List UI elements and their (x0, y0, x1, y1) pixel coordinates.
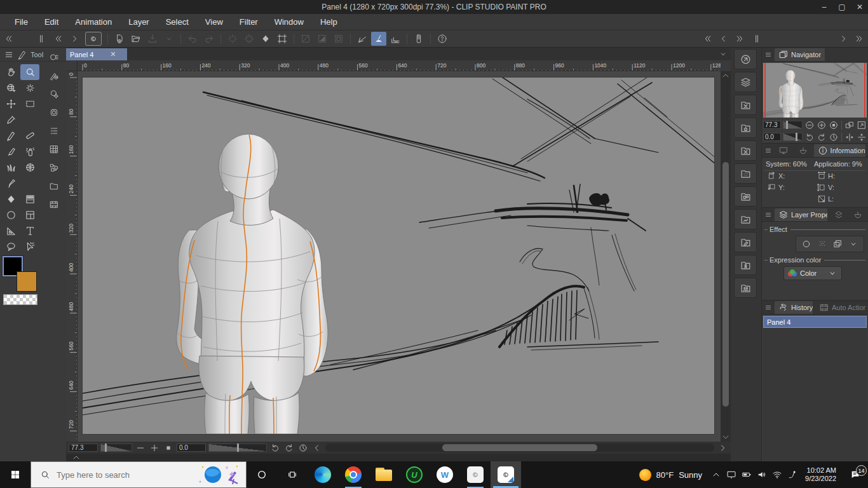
menu-layer[interactable]: Layer (120, 14, 158, 30)
material-tone-button[interactable] (734, 163, 757, 184)
tab-history[interactable]: History (775, 301, 813, 314)
redo-button[interactable] (201, 32, 217, 46)
material-3d-button[interactable] (734, 255, 757, 275)
navigator-preview[interactable] (763, 63, 867, 118)
wifi-tray-button[interactable] (770, 462, 785, 487)
text-tool-button[interactable] (20, 223, 39, 239)
search-input[interactable] (57, 470, 165, 480)
material-color-pattern-button[interactable] (734, 95, 757, 115)
subtool-settings-button[interactable] (44, 86, 64, 102)
selection-polygon-button[interactable] (315, 32, 330, 46)
notification-center-button[interactable]: 14 (843, 470, 868, 480)
battery-tray-button[interactable] (739, 462, 754, 487)
clip-studio-home-button[interactable] (85, 32, 102, 46)
reset-rotation-button[interactable] (297, 443, 309, 453)
sub-view-button[interactable] (734, 49, 757, 69)
material-pose-button[interactable] (734, 278, 757, 298)
navigator-rotate-right-button[interactable] (817, 132, 827, 142)
navigator-zoom-in-button[interactable] (817, 119, 827, 130)
subtool-film-button[interactable] (44, 196, 64, 213)
zoom-out-button[interactable] (135, 443, 146, 453)
menu-window[interactable]: Window (266, 14, 312, 30)
zoom-fit-button[interactable] (163, 443, 174, 453)
clip-studio-taskbar-button[interactable] (460, 461, 491, 488)
ruler-tool-button[interactable] (1, 223, 20, 239)
save-file-button[interactable] (145, 32, 160, 46)
menu-filter[interactable]: Filter (231, 14, 266, 30)
clip-studio-paint-taskbar-button[interactable] (491, 461, 521, 488)
tab-monitor[interactable] (775, 144, 792, 157)
tab-information[interactable]: Information (814, 144, 865, 157)
layer-color-effect-button[interactable] (832, 239, 843, 249)
tab-list-button[interactable] (718, 49, 728, 59)
pen-tool-button[interactable] (1, 128, 20, 144)
wondershare-taskbar-button[interactable]: W (430, 461, 460, 488)
edge-taskbar-button[interactable] (308, 461, 338, 488)
panels-expand-button[interactable] (836, 32, 851, 46)
flip-horizontal-button[interactable] (844, 132, 855, 142)
panels-collapse-left-button[interactable] (700, 32, 715, 46)
pen-tray-tray-button[interactable] (785, 462, 800, 487)
material-monochrome-button[interactable] (734, 140, 757, 161)
cast-tray-button[interactable] (724, 462, 739, 487)
scroll-down-button[interactable] (721, 433, 731, 442)
navigator-menu-icon[interactable] (764, 51, 772, 58)
save-options-button[interactable] (161, 32, 177, 46)
selection-line-button[interactable] (298, 32, 313, 46)
rotate-right-button[interactable] (283, 443, 295, 453)
menu-view[interactable]: View (197, 14, 231, 30)
fit-to-navigator-button[interactable] (844, 119, 855, 130)
file-explorer-taskbar-button[interactable] (369, 461, 399, 488)
subtool-blocks-button[interactable] (44, 159, 64, 176)
selection-rect-button[interactable] (331, 32, 346, 46)
fit-to-screen-button[interactable] (857, 119, 867, 130)
crop-button[interactable] (275, 32, 290, 46)
menu-select[interactable]: Select (158, 14, 197, 30)
cortana-button[interactable] (247, 461, 277, 488)
iobit-uninstaller-taskbar-button[interactable]: U (399, 461, 430, 488)
balloon-tool-button[interactable] (1, 239, 20, 255)
auto-select-tool-button[interactable] (20, 80, 39, 96)
snap-to-ruler-button[interactable] (355, 32, 370, 46)
zoom-tool-button[interactable] (20, 64, 39, 80)
expression-color-dropdown[interactable]: Color (783, 266, 842, 280)
scroll-up-button[interactable] (721, 71, 731, 80)
operation-tool-button[interactable] (20, 239, 39, 255)
layer-property-menu-icon[interactable] (764, 211, 772, 219)
undo-button[interactable] (185, 32, 200, 46)
taskbar-clock[interactable]: 10:02 AM 9/23/2022 (800, 466, 843, 483)
navigator-rotation-field[interactable]: 0.0 (763, 133, 781, 141)
menu-file[interactable]: File (6, 14, 36, 30)
navigator-zoom-out-button[interactable] (804, 119, 815, 130)
vertical-scrollbar[interactable] (721, 71, 731, 442)
menu-help[interactable]: Help (312, 14, 346, 30)
subtool-pen-button[interactable] (44, 67, 64, 84)
rotation-value-field[interactable]: 0.0 (177, 444, 206, 452)
navigator-zoom-slider[interactable] (783, 121, 803, 129)
tab-half[interactable] (794, 144, 811, 157)
layers-button[interactable] (734, 72, 757, 92)
taskbar-search[interactable] (31, 461, 247, 488)
tone-effect-button[interactable] (817, 239, 827, 249)
dock-collapse-button[interactable] (50, 32, 65, 46)
frame-border-tool-button[interactable] (20, 207, 39, 223)
material-image-button[interactable] (734, 209, 757, 229)
task-view-taskbar-button[interactable] (277, 461, 308, 488)
open-file-button[interactable] (128, 32, 144, 46)
menu-animation[interactable]: Animation (67, 14, 120, 30)
navigator-zoom-field[interactable]: 77.3 (763, 121, 781, 129)
canvas-viewport[interactable] (78, 71, 721, 442)
hand-tool-button[interactable] (1, 64, 20, 80)
tab-auto-action[interactable]: Auto Action (815, 301, 865, 314)
subtool-grid-button[interactable] (44, 141, 64, 158)
navigator-rotate-left-button[interactable] (804, 132, 815, 142)
new-file-button[interactable] (112, 32, 127, 46)
document-tab[interactable]: Panel 4 ✕ (66, 48, 127, 60)
companion-mode-button[interactable] (411, 32, 426, 46)
move-layer-tool-button[interactable] (1, 96, 20, 112)
collapse-left-button[interactable] (1, 32, 16, 46)
material-download-button[interactable] (734, 232, 757, 252)
material-home-button[interactable] (734, 118, 757, 138)
minimize-button[interactable]: – (820, 3, 829, 11)
subtool-shape-button[interactable] (44, 104, 64, 121)
